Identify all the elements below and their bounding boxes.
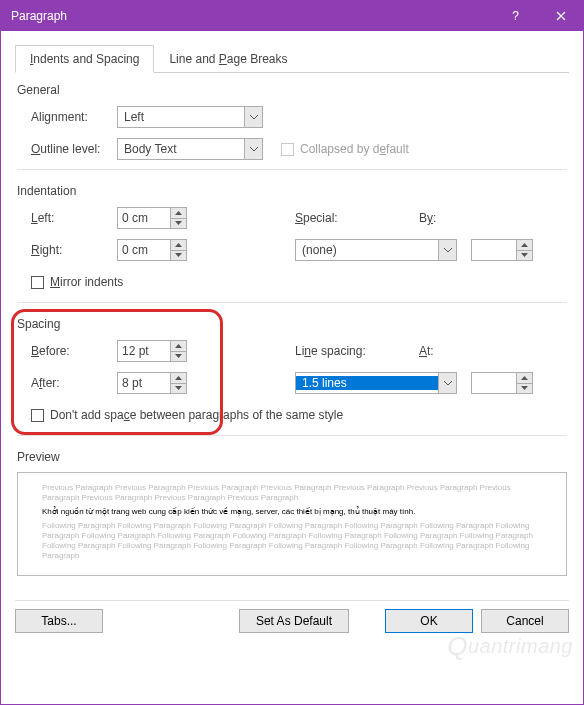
checkbox-icon [281, 143, 294, 156]
chevron-up-icon[interactable] [171, 341, 186, 352]
dont-add-space-checkbox[interactable]: Don't add space between paragraphs of th… [31, 408, 343, 422]
tabs-button[interactable]: Tabs... [15, 609, 103, 633]
spacing-after-label: After: [31, 376, 117, 390]
dialog-body: Indents and Spacing Line and Page Breaks… [1, 31, 583, 600]
window-title: Paragraph [11, 9, 493, 23]
chevron-down-icon [244, 107, 262, 127]
chevron-down-icon[interactable] [171, 219, 186, 229]
outline-combo[interactable]: Body Text [117, 138, 263, 160]
chevron-down-icon[interactable] [171, 384, 186, 394]
collapsed-checkbox: Collapsed by default [281, 142, 409, 156]
chevron-down-icon[interactable] [171, 251, 186, 261]
tab-strip: Indents and Spacing Line and Page Breaks [15, 45, 569, 73]
mirror-indents-checkbox[interactable]: Mirror indents [31, 275, 123, 289]
outline-label: Outline level: [31, 142, 117, 156]
checkbox-icon [31, 276, 44, 289]
chevron-down-icon[interactable] [517, 251, 532, 261]
titlebar: Paragraph ? [1, 1, 583, 31]
spacing-at-label: At: [419, 344, 434, 358]
tab-line-page-breaks[interactable]: Line and Page Breaks [154, 45, 302, 72]
indent-right-label: Right: [31, 243, 117, 257]
group-indentation: Indentation Left: 0 cm Special: By: Righ… [17, 184, 567, 303]
preview-box: Previous Paragraph Previous Paragraph Pr… [17, 472, 567, 576]
preview-following-text: Following Paragraph Following Paragraph … [42, 521, 542, 561]
group-preview: Preview Previous Paragraph Previous Para… [17, 450, 567, 576]
paragraph-dialog: Paragraph ? Indents and Spacing Line and… [0, 0, 584, 705]
alignment-label: Alignment: [31, 110, 117, 124]
spacing-before-input[interactable]: 12 pt [117, 340, 187, 362]
alignment-combo[interactable]: Left [117, 106, 263, 128]
help-button[interactable]: ? [493, 1, 538, 31]
indent-special-combo[interactable]: (none) [295, 239, 457, 261]
chevron-up-icon[interactable] [517, 373, 532, 384]
indent-left-label: Left: [31, 211, 117, 225]
set-default-button[interactable]: Set As Default [239, 609, 349, 633]
indent-left-input[interactable]: 0 cm [117, 207, 187, 229]
preview-prev-text: Previous Paragraph Previous Paragraph Pr… [42, 483, 542, 503]
group-indentation-label: Indentation [17, 184, 567, 198]
spacing-before-label: Before: [31, 344, 117, 358]
cancel-button[interactable]: Cancel [481, 609, 569, 633]
indent-by-label: By: [419, 211, 436, 225]
chevron-down-icon [438, 373, 456, 393]
group-spacing-label: Spacing [17, 317, 567, 331]
group-general: General Alignment: Left Outline level: B… [17, 83, 567, 170]
preview-sample-text: Khởi nguồn từ một trang web cung cấp kiế… [42, 507, 542, 517]
spacing-after-input[interactable]: 8 pt [117, 372, 187, 394]
chevron-up-icon[interactable] [171, 373, 186, 384]
group-preview-label: Preview [17, 450, 567, 464]
ok-button[interactable]: OK [385, 609, 473, 633]
indent-special-label: Special: [295, 211, 405, 225]
tab-indents-spacing[interactable]: Indents and Spacing [15, 45, 154, 73]
close-button[interactable] [538, 1, 583, 31]
group-general-label: General [17, 83, 567, 97]
chevron-up-icon[interactable] [517, 240, 532, 251]
indent-by-input[interactable] [471, 239, 533, 261]
chevron-down-icon [438, 240, 456, 260]
spacing-at-input[interactable] [471, 372, 533, 394]
chevron-down-icon[interactable] [517, 384, 532, 394]
chevron-down-icon[interactable] [171, 352, 186, 362]
dialog-footer: Tabs... Set As Default OK Cancel [1, 601, 583, 647]
line-spacing-combo[interactable]: 1.5 lines [295, 372, 457, 394]
group-spacing: Spacing Before: 12 pt Line spacing: At: … [17, 317, 567, 436]
checkbox-icon [31, 409, 44, 422]
chevron-up-icon[interactable] [171, 208, 186, 219]
line-spacing-label: Line spacing: [295, 344, 405, 358]
chevron-down-icon [244, 139, 262, 159]
chevron-up-icon[interactable] [171, 240, 186, 251]
indent-right-input[interactable]: 0 cm [117, 239, 187, 261]
